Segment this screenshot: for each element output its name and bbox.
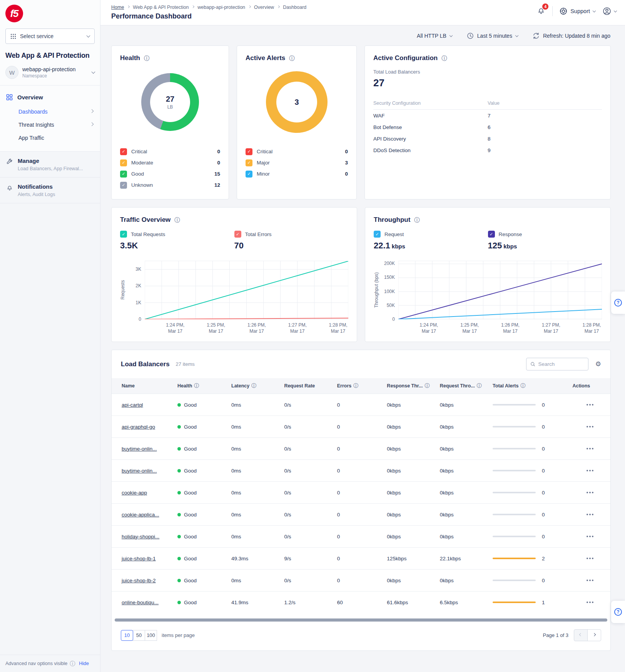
health-donut-unit: LB (167, 104, 173, 110)
per-page-option[interactable]: 100 (145, 630, 157, 641)
info-icon[interactable]: ⓘ (424, 383, 429, 389)
lb-name-link[interactable]: holiday-shoppi... (122, 534, 159, 540)
lb-card-title: Load Balancers (121, 360, 170, 368)
lb-name-link[interactable]: online-boutiqu... (122, 600, 159, 605)
refresh-button[interactable]: Refresh: Updated 8 min ago (533, 32, 610, 39)
column-header[interactable]: Response Thr...ⓘ (387, 378, 440, 394)
column-header[interactable]: Total Alertsⓘ (493, 378, 572, 394)
sidebar-nav-item[interactable]: App Traffic (0, 131, 100, 144)
column-header[interactable]: Request Rate (284, 378, 337, 394)
column-header[interactable]: Healthⓘ (177, 378, 231, 394)
help-button[interactable]: ? (611, 601, 625, 623)
breadcrumb-item[interactable]: webapp-api-protection (197, 5, 245, 10)
sidebar-lower: Manage Load Balancers, App Firewal... No… (0, 151, 100, 672)
column-header[interactable]: Actions (572, 378, 610, 394)
per-page-option[interactable]: 10 (121, 630, 133, 641)
user-menu[interactable] (602, 7, 617, 16)
search-input[interactable] (538, 361, 584, 367)
checkbox[interactable]: ✓ (120, 231, 127, 238)
info-icon[interactable]: ⓘ (520, 383, 525, 389)
sidebar-item-notifications[interactable]: Notifications Alerts, Audit Logs (0, 178, 100, 203)
time-range-dropdown[interactable]: Last 5 minutes (467, 32, 518, 39)
sidebar: f5 Select service Web App & API Protecti… (0, 0, 100, 672)
search-icon (530, 361, 535, 367)
info-icon[interactable]: ⓘ (477, 383, 482, 389)
checkbox[interactable]: ✓ (246, 159, 252, 166)
namespace-selector[interactable]: W webapp-api-protection Namespace (5, 66, 95, 85)
main-area: Home Web App & API Protection webapp-api… (100, 0, 625, 660)
lb-name-link[interactable]: api-graphql-go (122, 424, 155, 430)
info-icon[interactable]: ⓘ (441, 55, 447, 61)
lb-name-link[interactable]: api-cartql (122, 402, 143, 408)
lb-name-link[interactable]: cookie-applica... (122, 512, 159, 518)
horizontal-scrollbar[interactable] (115, 618, 607, 622)
column-header[interactable]: Errorsⓘ (337, 378, 387, 394)
per-page-option[interactable]: 50 (133, 630, 145, 641)
lb-name-link[interactable]: buytime-onlin... (122, 468, 157, 474)
lb-name-link[interactable]: juice-shop-lb-1 (122, 556, 156, 561)
gear-icon[interactable]: ⚙ (595, 360, 601, 368)
support-label: Support (570, 8, 590, 14)
row-actions-button[interactable] (584, 446, 596, 452)
checkbox[interactable]: ✓ (488, 231, 495, 238)
checkbox[interactable]: ✓ (120, 148, 127, 155)
sidebar-nav-item[interactable]: Dashboards (0, 105, 100, 118)
lb-name-link[interactable]: juice-shop-lb-2 (122, 578, 156, 583)
hide-nav-link[interactable]: Hide (79, 661, 89, 666)
stat-item: ✓ Total Errors 70 (234, 231, 349, 251)
checkbox[interactable]: ✓ (374, 231, 381, 238)
breadcrumb-item[interactable]: Home (111, 5, 124, 10)
table-header-row: Name Healthⓘ Latencyⓘ Request Rate Error… (112, 378, 610, 394)
check-icon: ✓ (122, 183, 125, 187)
column-header[interactable]: Name (112, 378, 177, 394)
checkbox[interactable]: ✓ (120, 159, 127, 166)
column-header[interactable]: Latencyⓘ (231, 378, 284, 394)
checkbox[interactable]: ✓ (246, 171, 252, 178)
row-actions-button[interactable] (584, 511, 596, 518)
f5-logo: f5 (5, 5, 23, 22)
info-icon[interactable]: ⓘ (174, 217, 180, 223)
breadcrumb-item[interactable]: Dashboard (283, 5, 306, 10)
breadcrumb-separator-icon (127, 5, 130, 8)
checkbox[interactable]: ✓ (120, 171, 127, 178)
row-actions-button[interactable] (584, 599, 596, 605)
row-actions-button[interactable] (584, 577, 596, 583)
row-actions-button[interactable] (584, 555, 596, 561)
sidebar-nav-item[interactable]: Threat Insights (0, 118, 100, 131)
info-icon[interactable]: ⓘ (194, 383, 199, 389)
config-col-value: Value (488, 101, 500, 106)
sidebar-item-manage[interactable]: Manage Load Balancers, App Firewal... (0, 152, 100, 178)
info-icon[interactable]: ⓘ (353, 383, 358, 389)
sidebar-nav: Overview Dashboards Threat Insights App … (0, 85, 100, 151)
prev-page-button[interactable] (574, 629, 588, 641)
lb-filter-dropdown[interactable]: All HTTP LB (417, 33, 452, 39)
help-button[interactable]: ? (611, 292, 625, 314)
next-page-button[interactable] (587, 629, 601, 641)
row-actions-button[interactable] (584, 533, 596, 540)
breadcrumb-item[interactable]: Web App & API Protection (133, 5, 189, 10)
row-actions-button[interactable] (584, 468, 596, 474)
info-icon[interactable]: ⓘ (70, 661, 75, 666)
row-actions-button[interactable] (584, 489, 596, 496)
info-icon[interactable]: ⓘ (414, 217, 419, 223)
lb-name-link[interactable]: buytime-onlin... (122, 446, 157, 452)
lb-name-link[interactable]: cookie-app (122, 490, 147, 496)
question-icon: ? (614, 299, 622, 307)
column-header[interactable]: Request Thro...ⓘ (440, 378, 493, 394)
info-icon[interactable]: ⓘ (144, 55, 149, 61)
breadcrumb-item[interactable]: Overview (254, 5, 274, 10)
search-box[interactable] (526, 358, 588, 370)
y-axis-ticks: 01K2K3K (127, 261, 145, 319)
info-icon[interactable]: ⓘ (289, 55, 294, 61)
support-menu[interactable]: Support (560, 7, 595, 15)
info-icon[interactable]: ⓘ (251, 383, 256, 389)
sidebar-item-overview[interactable]: Overview (0, 91, 100, 104)
row-actions-button[interactable] (584, 424, 596, 430)
row-actions-button[interactable] (584, 402, 596, 408)
checkbox[interactable]: ✓ (246, 148, 252, 155)
notifications-button[interactable]: 4 (537, 6, 545, 16)
select-service-dropdown[interactable]: Select service (5, 28, 95, 44)
legend-item: ✓ Critical 0 (246, 146, 348, 157)
checkbox[interactable]: ✓ (120, 182, 127, 189)
checkbox[interactable]: ✓ (234, 231, 241, 238)
